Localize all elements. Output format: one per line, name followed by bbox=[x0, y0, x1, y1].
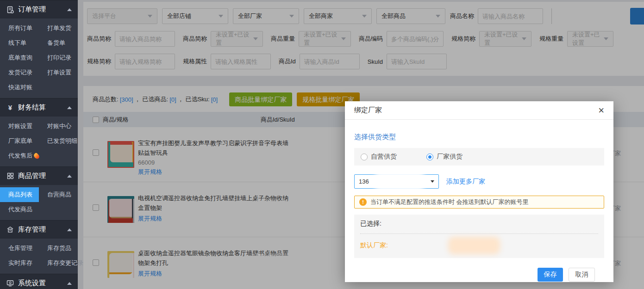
sidebar-item-inventory-goods[interactable]: 库存货品 bbox=[39, 241, 78, 256]
sidebar-section-settings[interactable]: 系统设置 bbox=[0, 274, 78, 289]
blurred-default-supplier bbox=[448, 237, 500, 254]
cancel-button[interactable]: 取消 bbox=[569, 268, 595, 282]
save-button[interactable]: 保存 bbox=[538, 268, 563, 282]
default-supplier-label: 默认厂家: bbox=[360, 241, 388, 250]
bind-supplier-modal: 绑定厂家 × 选择供货类型 自营供货 厂家供货 136 添加更多厂家 ! 当订单 bbox=[345, 101, 613, 282]
collapse-arrow-icon bbox=[67, 106, 72, 109]
sidebar-item-label: 代发售后 bbox=[8, 148, 32, 163]
collapse-arrow-icon bbox=[67, 8, 72, 11]
warehouse-icon bbox=[6, 226, 14, 234]
sidebar-item-product-list[interactable]: 商品列表 bbox=[0, 187, 39, 202]
sidebar-section-products[interactable]: 商品管理 bbox=[0, 166, 78, 185]
sidebar: 订单管理 所有订单 打单发货 线下单 备货单 底单查询 打印记录 发货记录 打单… bbox=[0, 0, 78, 289]
sidebar-item-warehouse-mgmt[interactable]: 仓库管理 bbox=[0, 241, 39, 256]
sidebar-items-inventory: 仓库管理 库存货品 实时库存 库存变更记录 bbox=[0, 239, 78, 274]
sidebar-item-express-reconcile[interactable]: 快递对账 bbox=[0, 80, 39, 95]
sidebar-item-dropship-products[interactable]: 代发商品 bbox=[0, 202, 39, 217]
warning-banner: ! 当订单不满足配置的推送条件时 会推送到默认厂家的账号里 bbox=[354, 196, 604, 209]
sidebar-item-print-record[interactable]: 打印记录 bbox=[39, 50, 78, 65]
close-icon[interactable]: × bbox=[598, 106, 604, 115]
gear-icon bbox=[6, 279, 14, 288]
sidebar-items-orders: 所有订单 打单发货 线下单 备货单 底单查询 打印记录 发货记录 打单设置 快递… bbox=[0, 18, 78, 98]
radio-label: 自营供货 bbox=[371, 153, 397, 161]
sidebar-item-reconcile-settings[interactable]: 对账设置 bbox=[0, 119, 39, 134]
sidebar-item-dropship-aftersale[interactable]: 代发售后 bbox=[0, 148, 39, 163]
sidebar-item-receipt-query[interactable]: 底单查询 bbox=[0, 50, 39, 65]
sidebar-item-all-orders[interactable]: 所有订单 bbox=[0, 21, 39, 36]
sidebar-item-stock-order[interactable]: 备货单 bbox=[39, 36, 78, 50]
sidebar-section-finance[interactable]: ¥ 财务结算 bbox=[0, 98, 78, 117]
radio-label: 厂家供货 bbox=[437, 153, 463, 161]
grid-icon bbox=[6, 172, 14, 180]
sidebar-item-reconcile-center[interactable]: 对账中心 bbox=[39, 119, 78, 134]
fire-icon bbox=[33, 152, 40, 160]
collapse-arrow-icon bbox=[67, 228, 72, 231]
sidebar-item-print-settings[interactable]: 打单设置 bbox=[39, 65, 78, 80]
sidebar-item-inventory-change-log[interactable]: 库存变更记录 bbox=[39, 256, 78, 271]
section-title: 商品管理 bbox=[18, 172, 67, 180]
radio-self-supply[interactable]: 自营供货 bbox=[361, 153, 397, 161]
sidebar-item-shipped-detail[interactable]: 已发货明细 bbox=[39, 134, 78, 148]
add-more-supplier-link[interactable]: 添加更多厂家 bbox=[446, 178, 485, 186]
dotted-divider bbox=[360, 234, 598, 234]
supply-type-label: 选择供货类型 bbox=[354, 133, 604, 141]
chevron-down-icon bbox=[431, 180, 434, 183]
radio-supplier-supply[interactable]: 厂家供货 bbox=[426, 153, 463, 161]
modal-footer: 保存 取消 bbox=[354, 258, 604, 282]
selected-section: 已选择: 默认厂家: bbox=[354, 215, 604, 258]
order-list-icon bbox=[6, 6, 14, 14]
sidebar-items-finance: 对账设置 对账中心 厂家底单 已发货明细 代发售后 bbox=[0, 117, 78, 166]
section-title: 财务结算 bbox=[18, 103, 67, 112]
sidebar-item-realtime-inventory[interactable]: 实时库存 bbox=[0, 256, 39, 271]
modal-body: 选择供货类型 自营供货 厂家供货 136 添加更多厂家 ! 当订单不满足配置的推… bbox=[345, 120, 613, 282]
default-supplier-row: 默认厂家: bbox=[360, 239, 598, 252]
sidebar-section-orders[interactable]: 订单管理 bbox=[0, 0, 78, 18]
sidebar-items-products: 商品列表 自营商品 代发商品 bbox=[0, 185, 78, 220]
radio-checked-icon bbox=[426, 154, 433, 160]
modal-title: 绑定厂家 bbox=[354, 106, 382, 115]
section-title: 库存管理 bbox=[18, 225, 67, 234]
supplier-select-row: 136 添加更多厂家 bbox=[354, 174, 604, 189]
section-title: 系统设置 bbox=[18, 279, 67, 288]
radio-icon bbox=[361, 154, 368, 160]
yen-icon: ¥ bbox=[6, 104, 14, 112]
sidebar-item-print-ship[interactable]: 打单发货 bbox=[39, 21, 78, 36]
collapse-arrow-icon bbox=[67, 175, 72, 178]
sidebar-item-supplier-receipt[interactable]: 厂家底单 bbox=[0, 134, 39, 148]
sidebar-item-self-products[interactable]: 自营商品 bbox=[39, 187, 78, 202]
supply-type-radio-group: 自营供货 厂家供货 bbox=[354, 148, 604, 166]
sidebar-item-ship-record[interactable]: 发货记录 bbox=[0, 65, 39, 80]
supplier-account-select[interactable]: 136 bbox=[354, 174, 439, 189]
select-value: 136 bbox=[359, 178, 369, 185]
sidebar-section-inventory[interactable]: 库存管理 bbox=[0, 220, 78, 239]
selected-label: 已选择: bbox=[360, 220, 598, 228]
collapse-arrow-icon bbox=[67, 282, 72, 285]
warning-text: 当订单不满足配置的推送条件时 会推送到默认厂家的账号里 bbox=[370, 198, 529, 206]
sidebar-item-offline-order[interactable]: 线下单 bbox=[0, 36, 39, 50]
modal-header: 绑定厂家 × bbox=[345, 101, 613, 120]
section-title: 订单管理 bbox=[18, 5, 67, 14]
warning-icon: ! bbox=[359, 198, 367, 206]
